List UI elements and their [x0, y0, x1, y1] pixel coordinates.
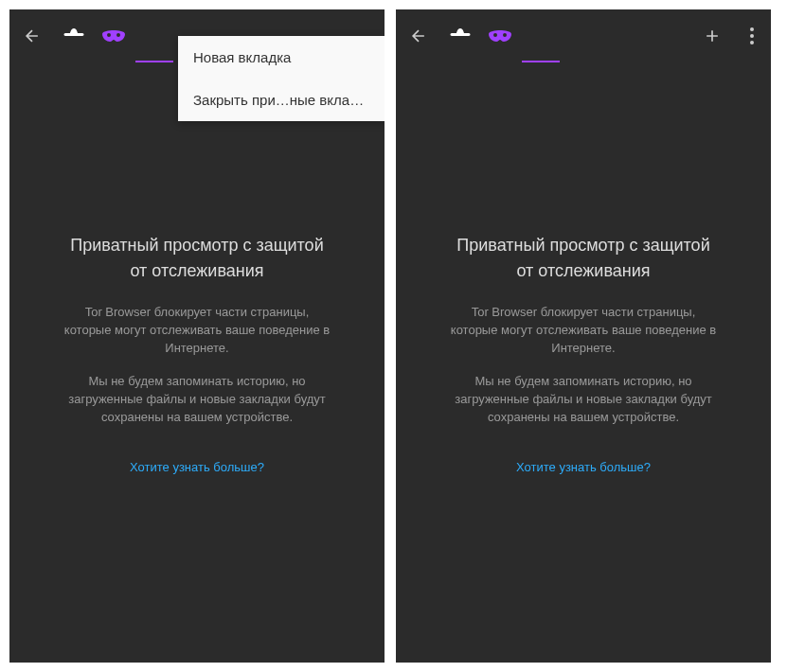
svg-point-0 [750, 27, 754, 31]
back-button[interactable] [17, 21, 47, 51]
description-2: Мы не будем запоминать историю, но загру… [449, 372, 718, 426]
active-tab-indicator [522, 61, 560, 62]
description-2: Мы не будем запоминать историю, но загру… [63, 372, 331, 426]
menu-item-new-tab[interactable]: Новая вкладка [178, 36, 385, 79]
overflow-menu-button[interactable] [741, 21, 763, 51]
right-screenshot: Приватный просмотр с защитой от отслежив… [396, 9, 771, 663]
regular-tab-icon[interactable] [447, 23, 474, 49]
learn-more-link[interactable]: Хотите узнать больше? [449, 460, 718, 474]
svg-point-1 [750, 34, 754, 38]
dropdown-menu: Новая вкладка Закрыть при…ные вкладки [178, 36, 385, 121]
toolbar [396, 9, 771, 62]
back-button[interactable] [403, 21, 434, 51]
add-tab-button[interactable] [697, 21, 727, 51]
learn-more-link[interactable]: Хотите узнать больше? [63, 460, 331, 474]
private-mode-content: Приватный просмотр с защитой от отслежив… [396, 62, 771, 474]
regular-tab-icon[interactable] [61, 23, 87, 49]
page-title: Приватный просмотр с защитой от отслежив… [63, 233, 331, 284]
page-title: Приватный просмотр с защитой от отслежив… [449, 233, 718, 284]
private-tab-icon[interactable] [100, 23, 127, 49]
svg-point-2 [750, 41, 754, 44]
private-tab-icon[interactable] [487, 23, 513, 49]
active-tab-indicator [135, 61, 173, 62]
description-1: Tor Browser блокирует части страницы, ко… [449, 303, 718, 357]
left-screenshot: Новая вкладка Закрыть при…ные вкладки Пр… [9, 9, 385, 663]
private-mode-content: Приватный просмотр с защитой от отслежив… [9, 62, 385, 474]
description-1: Tor Browser блокирует части страницы, ко… [63, 303, 331, 357]
menu-item-close-tabs[interactable]: Закрыть при…ные вкладки [178, 79, 385, 121]
